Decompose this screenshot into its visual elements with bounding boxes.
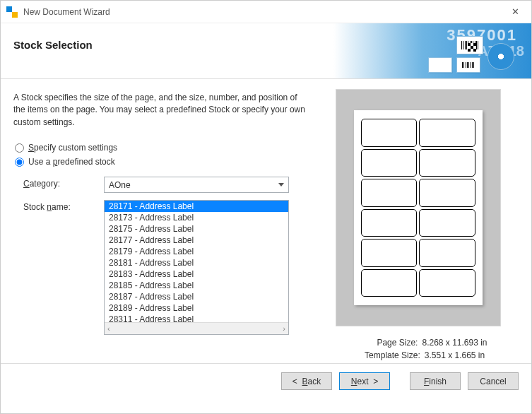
list-item[interactable]: 28173 - Address Label <box>105 212 288 223</box>
cancel-label: Cancel <box>480 377 506 386</box>
right-column: Page Size: 8.268 x 11.693 in Template Si… <box>317 86 519 363</box>
template-size-label: Template Size: <box>351 350 420 360</box>
stockname-label: Stock name: <box>23 200 95 335</box>
barcode-card-small-icon <box>456 57 480 73</box>
horizontal-scrollbar[interactable]: ‹ › <box>105 322 288 334</box>
template-size-row: Template Size: 3.551 x 1.665 in <box>351 350 485 360</box>
category-label: Category: <box>23 177 95 193</box>
preview-label-cell <box>419 179 475 207</box>
qr-icon <box>468 43 476 52</box>
scroll-left-icon[interactable]: ‹ <box>107 324 110 333</box>
page-size-label: Page Size: <box>348 338 418 348</box>
scroll-right-icon[interactable]: › <box>283 324 285 333</box>
radio-predefined-label: Use a predefined stock <box>28 157 115 167</box>
preview-page <box>354 110 483 305</box>
category-value: AOne <box>109 180 131 190</box>
wizard-footer: < Back Next > Finish Cancel <box>1 363 531 398</box>
window-title: New Document Wizard <box>23 7 110 17</box>
preview-label-cell <box>361 179 418 207</box>
preview-label-cell <box>419 209 475 237</box>
description-text: A Stock specifies the size of the page, … <box>13 92 306 129</box>
back-button[interactable]: < Back <box>281 372 332 390</box>
card-blank-icon <box>428 57 452 73</box>
list-item[interactable]: 28185 - Address Label <box>105 280 288 291</box>
wizard-body: A Stock specifies the size of the page, … <box>1 79 531 363</box>
preview-label-cell <box>419 239 475 267</box>
list-item[interactable]: 28311 - Address Label <box>105 314 288 322</box>
wizard-header: Stock Selection 3597001 A7-118 <box>1 23 531 78</box>
page-size-row: Page Size: 8.268 x 11.693 in <box>348 338 487 348</box>
predefined-form: Category: AOne Stock name: 28171 - Addre… <box>23 177 306 335</box>
list-item[interactable]: 28171 - Address Label <box>105 201 288 212</box>
titlebar: New Document Wizard ✕ <box>1 1 531 23</box>
close-button[interactable]: ✕ <box>499 1 531 23</box>
list-item[interactable]: 28177 - Address Label <box>105 235 288 246</box>
category-combo[interactable]: AOne <box>104 177 289 193</box>
stockname-listbox-wrap: 28171 - Address Label28173 - Address Lab… <box>104 200 289 335</box>
stock-preview <box>336 89 501 326</box>
template-size-value: 3.551 x 1.665 in <box>425 350 485 360</box>
list-item[interactable]: 28187 - Address Label <box>105 291 288 302</box>
preview-label-cell <box>361 269 418 297</box>
preview-label-cell <box>361 149 418 177</box>
list-item[interactable]: 28179 - Address Label <box>105 246 288 257</box>
list-item[interactable]: 28181 - Address Label <box>105 257 288 268</box>
preview-label-cell <box>361 239 418 267</box>
finish-button[interactable]: Finish <box>410 372 461 390</box>
preview-label-cell <box>361 119 418 147</box>
radio-predefined-input[interactable] <box>15 158 24 167</box>
disc-icon <box>487 43 514 70</box>
header-banner: 3597001 A7-118 <box>333 23 531 78</box>
preview-label-cell <box>361 209 418 237</box>
next-button[interactable]: Next > <box>339 372 390 390</box>
radio-custom-input[interactable] <box>15 143 24 153</box>
page-size-value: 8.268 x 11.693 in <box>422 338 487 348</box>
page-title: Stock Selection <box>13 39 93 51</box>
stockname-listbox[interactable]: 28171 - Address Label28173 - Address Lab… <box>105 201 288 322</box>
list-item[interactable]: 28189 - Address Label <box>105 302 288 314</box>
list-item[interactable]: 28175 - Address Label <box>105 223 288 235</box>
radio-custom-label: Specify custom settings <box>28 143 117 153</box>
left-column: A Stock specifies the size of the page, … <box>13 86 317 363</box>
preview-label-cell <box>419 119 475 147</box>
preview-label-cell <box>419 149 475 177</box>
app-icon <box>6 6 18 18</box>
radio-custom-settings[interactable]: Specify custom settings <box>13 143 306 153</box>
list-item[interactable]: 28183 - Address Label <box>105 268 288 280</box>
cancel-button[interactable]: Cancel <box>468 372 519 390</box>
preview-label-cell <box>419 269 475 297</box>
barcode-icon <box>462 62 475 68</box>
radio-predefined-stock[interactable]: Use a predefined stock <box>13 157 306 167</box>
